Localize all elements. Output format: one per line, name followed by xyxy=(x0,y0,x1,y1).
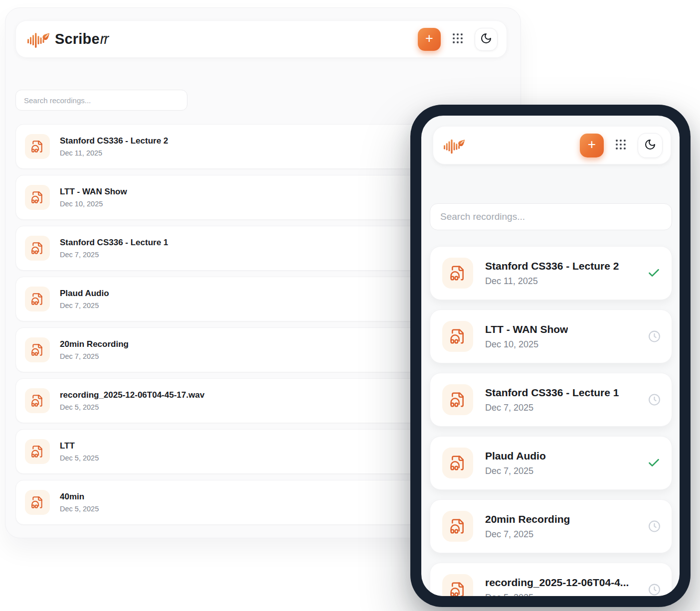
header-controls: + xyxy=(580,133,663,158)
status-clock-icon xyxy=(648,584,661,596)
search-input[interactable] xyxy=(15,90,187,111)
recording-info: 20min Recording Dec 7, 2025 xyxy=(485,513,570,540)
file-audio-icon xyxy=(25,134,50,159)
recording-list-item[interactable]: Stanford CS336 - Lecture 1 Dec 7, 2025 xyxy=(430,373,672,427)
grid-dots-icon xyxy=(614,138,627,153)
grid-dots-icon xyxy=(451,32,464,46)
add-recording-button[interactable]: + xyxy=(580,134,604,157)
file-audio-icon xyxy=(25,388,50,413)
status-check-icon xyxy=(647,457,661,470)
file-audio-icon xyxy=(442,574,473,596)
file-audio-icon xyxy=(25,439,50,464)
recording-date: Dec 5, 2025 xyxy=(485,593,629,597)
recording-info: Stanford CS336 - Lecture 1 Dec 7, 2025 xyxy=(60,238,168,259)
recording-title: LTT - WAN Show xyxy=(485,323,568,335)
recording-date: Dec 10, 2025 xyxy=(60,200,127,208)
recording-title: recording_2025-12-06T04-4... xyxy=(485,577,629,589)
recording-list-item[interactable]: Stanford CS336 - Lecture 2 Dec 11, 2025 xyxy=(430,246,672,300)
recording-info: 20min Recording Dec 7, 2025 xyxy=(60,339,129,360)
recording-info: recording_2025-12-06T04-4... Dec 5, 2025 xyxy=(485,577,629,597)
app-header: Scriberr + xyxy=(15,20,507,58)
status-check-icon xyxy=(647,267,661,280)
recording-title: Stanford CS336 - Lecture 1 xyxy=(60,238,168,248)
recording-date: Dec 7, 2025 xyxy=(60,251,168,259)
moon-icon xyxy=(480,32,492,46)
recording-title: Stanford CS336 - Lecture 2 xyxy=(60,136,168,146)
phone-mockup-frame: + Stanford CS336 - Lecture 2 Dec 11, 202… xyxy=(410,105,691,607)
status-clock-icon xyxy=(648,330,661,343)
recording-date: Dec 7, 2025 xyxy=(60,352,129,360)
recording-date: Dec 7, 2025 xyxy=(485,403,619,413)
apps-grid-button[interactable] xyxy=(448,30,467,49)
recording-title: LTT - WAN Show xyxy=(60,187,127,197)
recording-date: Dec 7, 2025 xyxy=(485,466,546,476)
recordings-list: Stanford CS336 - Lecture 2 Dec 11, 2025 … xyxy=(430,246,672,596)
recording-title: LTT xyxy=(60,441,99,451)
recording-list-item[interactable]: LTT - WAN Show Dec 10, 2025 xyxy=(430,309,672,363)
file-audio-icon xyxy=(25,236,50,261)
recording-title: recording_2025-12-06T04-45-17.wav xyxy=(60,390,204,400)
recording-date: Dec 7, 2025 xyxy=(60,302,109,309)
dark-mode-toggle-button[interactable] xyxy=(475,28,498,51)
recording-date: Dec 5, 2025 xyxy=(60,403,204,411)
file-audio-icon xyxy=(442,321,473,352)
file-audio-icon xyxy=(442,511,473,542)
app-header: + xyxy=(433,126,671,164)
waveform-pen-logo-icon xyxy=(27,29,50,50)
recording-title: Stanford CS336 - Lecture 2 xyxy=(485,260,619,272)
add-recording-button[interactable]: + xyxy=(418,28,441,51)
file-audio-icon xyxy=(25,185,50,210)
recording-date: Dec 11, 2025 xyxy=(485,276,619,287)
recording-title: Stanford CS336 - Lecture 1 xyxy=(485,387,619,399)
recording-date: Dec 5, 2025 xyxy=(60,505,99,513)
recording-info: LTT - WAN Show Dec 10, 2025 xyxy=(60,187,127,208)
file-audio-icon xyxy=(25,287,50,311)
apps-grid-button[interactable] xyxy=(611,136,630,155)
waveform-pen-logo-icon xyxy=(443,136,465,155)
dark-mode-toggle-button[interactable] xyxy=(638,133,663,158)
moon-icon xyxy=(644,139,656,152)
recording-info: recording_2025-12-06T04-45-17.wav Dec 5,… xyxy=(60,390,204,411)
recording-date: Dec 10, 2025 xyxy=(485,339,568,350)
header-controls: + xyxy=(418,28,498,51)
recording-list-item[interactable]: 20min Recording Dec 7, 2025 xyxy=(430,499,672,553)
file-audio-icon xyxy=(25,490,50,515)
recording-info: LTT - WAN Show Dec 10, 2025 xyxy=(485,323,568,350)
app-logo: Scriberr xyxy=(27,29,108,50)
recording-info: Plaud Audio Dec 7, 2025 xyxy=(60,289,109,309)
file-audio-icon xyxy=(442,448,473,478)
status-clock-icon xyxy=(648,394,661,406)
recording-title: Plaud Audio xyxy=(485,450,546,462)
file-audio-icon xyxy=(442,384,473,415)
recording-list-item[interactable]: recording_2025-12-06T04-4... Dec 5, 2025 xyxy=(430,563,672,596)
search-input[interactable] xyxy=(430,203,672,230)
recording-date: Dec 5, 2025 xyxy=(60,454,99,462)
recording-info: Plaud Audio Dec 7, 2025 xyxy=(485,450,546,476)
recording-date: Dec 11, 2025 xyxy=(60,149,168,157)
status-clock-icon xyxy=(648,520,661,533)
recording-info: Stanford CS336 - Lecture 2 Dec 11, 2025 xyxy=(485,260,619,287)
recording-title: 20min Recording xyxy=(485,513,570,525)
recording-info: LTT Dec 5, 2025 xyxy=(60,441,99,462)
recording-list-item[interactable]: Plaud Audio Dec 7, 2025 xyxy=(430,436,672,490)
recording-info: Stanford CS336 - Lecture 2 Dec 11, 2025 xyxy=(60,136,168,157)
recording-info: Stanford CS336 - Lecture 1 Dec 7, 2025 xyxy=(485,387,619,413)
app-title: Scriberr xyxy=(55,31,108,47)
file-audio-icon xyxy=(442,258,473,289)
recording-title: 20min Recording xyxy=(60,339,129,349)
file-audio-icon xyxy=(25,337,50,362)
recording-info: 40min Dec 5, 2025 xyxy=(60,492,99,513)
recording-title: Plaud Audio xyxy=(60,289,109,299)
recording-title: 40min xyxy=(60,492,99,502)
recording-date: Dec 7, 2025 xyxy=(485,529,570,540)
phone-screen: + Stanford CS336 - Lecture 2 Dec 11, 202… xyxy=(421,116,680,596)
